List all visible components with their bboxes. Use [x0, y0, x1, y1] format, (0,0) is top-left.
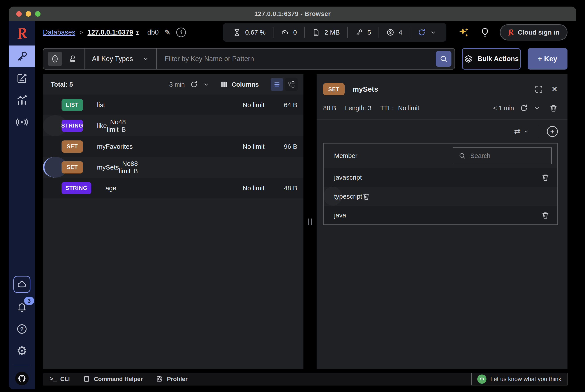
- key-row[interactable]: LIST list No limit 64 B: [43, 94, 304, 115]
- resize-handle[interactable]: [309, 218, 312, 225]
- add-member-button[interactable]: +: [547, 126, 558, 137]
- key-type-select[interactable]: All Key Types: [85, 48, 157, 69]
- members-table-header: Member: [324, 144, 557, 168]
- sidebar-item-cloud[interactable]: [9, 274, 35, 296]
- apply-search-button[interactable]: [436, 51, 451, 67]
- key-row[interactable]: STRING age No limit 48 B: [43, 178, 304, 198]
- key-row-selected[interactable]: SET mySets No limit 88 B: [43, 157, 68, 178]
- key-type-badge: LIST: [62, 99, 83, 111]
- key-detail-title: mySets: [353, 85, 378, 94]
- key-filter-input[interactable]: [157, 55, 436, 63]
- lightbulb-icon[interactable]: [480, 27, 490, 38]
- scan-mode-toggle[interactable]: [65, 52, 80, 66]
- command-helper-button[interactable]: Command Helper: [76, 373, 150, 385]
- bulk-actions-button[interactable]: Bulk Actions: [462, 48, 521, 70]
- remove-member-button[interactable]: [362, 192, 370, 200]
- ttl-label: TTL:: [380, 104, 393, 112]
- bottom-toolbar: >_ CLI Command Helper Profiler Let us kn…: [43, 373, 567, 386]
- ttl-value[interactable]: No limit: [398, 104, 419, 112]
- member-search-input[interactable]: [470, 152, 546, 160]
- svg-text:?: ?: [20, 326, 24, 332]
- cloud-sign-in-button[interactable]: R Cloud sign in: [500, 24, 567, 40]
- delete-key-button[interactable]: [549, 104, 558, 112]
- close-details-button[interactable]: ✕: [551, 85, 558, 94]
- key-size: 64 B: [264, 101, 297, 109]
- refresh-detail-button[interactable]: [520, 104, 528, 112]
- sidebar-item-browser[interactable]: [9, 46, 35, 68]
- member-value: java: [334, 212, 346, 219]
- chevron-down-icon: [523, 128, 529, 134]
- key-name: mySets: [97, 164, 119, 171]
- key-list-header: Total: 5 3 min Columns: [43, 74, 304, 94]
- key-ttl: No limit: [212, 184, 264, 192]
- key-type-badge: SET: [62, 140, 83, 153]
- minimize-window-button[interactable]: [26, 11, 31, 16]
- breadcrumb-databases-link[interactable]: Databases: [43, 28, 75, 36]
- help-icon: ?: [16, 323, 28, 335]
- sidebar-item-workbench[interactable]: [9, 68, 35, 89]
- member-search-box[interactable]: [453, 148, 552, 164]
- member-row[interactable]: javascript: [324, 168, 557, 187]
- key-size: 48 B: [118, 118, 126, 133]
- member-column-header: Member: [334, 152, 357, 160]
- sidebar-item-github[interactable]: [9, 368, 35, 390]
- refresh-keys-button[interactable]: [190, 80, 198, 88]
- refresh-detail-chevron[interactable]: [534, 105, 540, 111]
- overview-refresh[interactable]: [410, 27, 444, 38]
- key-name: like: [97, 122, 107, 130]
- list-view-toggle[interactable]: [271, 78, 283, 91]
- sidebar-item-settings[interactable]: ⚙: [9, 340, 35, 362]
- columns-button[interactable]: Columns: [220, 81, 259, 88]
- remove-member-button[interactable]: [541, 173, 549, 182]
- redis-logo: R: [9, 21, 35, 46]
- search-icon: [439, 55, 448, 63]
- feedback-button[interactable]: Let us know what you think: [471, 373, 567, 386]
- notification-count-badge: 3: [24, 296, 34, 305]
- breadcrumb: Databases > 127.0.0.1:6379 ▾: [43, 28, 139, 36]
- filter-mode-toggle[interactable]: [48, 52, 62, 66]
- close-window-button[interactable]: [16, 11, 22, 16]
- key-size-label: 88 B: [323, 104, 336, 112]
- copilot-sparkles-icon[interactable]: [458, 26, 470, 38]
- user-icon: [386, 28, 394, 36]
- bell-icon: 3: [16, 302, 28, 313]
- refresh-icon: [418, 28, 426, 36]
- instance-dropdown[interactable]: 127.0.0.1:6379 ▾: [87, 28, 139, 36]
- key-details-panel: SET mySets ✕ 88 B Length: 3 TTL: N: [317, 74, 567, 369]
- filter-bar: All Key Types Bulk Actions + Key: [43, 48, 567, 70]
- list-view-icon: [273, 81, 281, 88]
- tree-view-toggle[interactable]: [285, 78, 298, 91]
- add-key-button[interactable]: + Key: [528, 48, 567, 70]
- member-value: typescript: [334, 193, 362, 200]
- sidebar-item-notifications[interactable]: 3: [9, 296, 35, 318]
- cli-button[interactable]: >_ CLI: [43, 373, 76, 385]
- profiler-button[interactable]: Profiler: [149, 373, 194, 385]
- info-icon[interactable]: i: [176, 28, 186, 37]
- format-switcher-chevron[interactable]: [523, 128, 529, 134]
- format-switcher[interactable]: ⇄: [514, 127, 521, 136]
- columns-icon: [220, 81, 228, 88]
- memory-stat: 2 MB: [305, 27, 348, 38]
- key-row[interactable]: STRING like No limit 48 B: [43, 115, 68, 136]
- members-table: Member javascript: [323, 143, 558, 225]
- zoom-window-button[interactable]: [35, 11, 41, 16]
- key-name: age: [105, 184, 116, 192]
- chevron-down-icon: [142, 56, 149, 62]
- search-icon: [458, 152, 466, 160]
- transfer-icon: ⇄: [514, 127, 521, 136]
- sidebar-item-help[interactable]: ?: [9, 318, 35, 340]
- edit-alias-icon[interactable]: ✎: [164, 28, 171, 37]
- sidebar-item-pubsub[interactable]: [9, 111, 35, 133]
- member-row[interactable]: java: [324, 206, 557, 224]
- member-row[interactable]: typescript: [324, 187, 342, 206]
- key-row[interactable]: SET myFavorites No limit 96 B: [43, 136, 304, 157]
- titlebar: 127.0.0.1:6379 - Browser: [9, 6, 576, 21]
- remove-member-button[interactable]: [541, 211, 549, 220]
- sidebar-item-analytics[interactable]: [9, 89, 35, 111]
- fullscreen-button[interactable]: [534, 85, 543, 94]
- app-window: 127.0.0.1:6379 - Browser R: [9, 6, 576, 390]
- redis-mini-logo: R: [507, 28, 514, 37]
- refresh-icon: [190, 80, 198, 88]
- panel-resize-gap: [304, 74, 317, 369]
- refresh-options-chevron[interactable]: [203, 82, 209, 88]
